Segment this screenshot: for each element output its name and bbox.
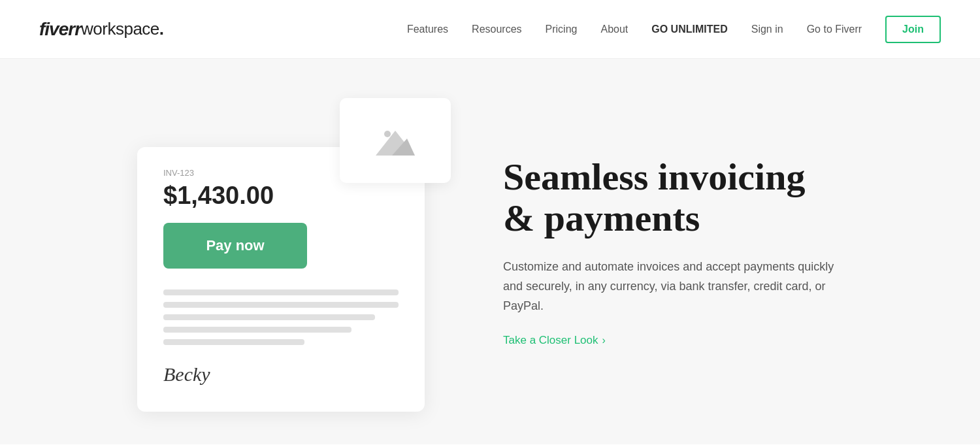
take-closer-look-link[interactable]: Take a Closer Look ›: [503, 334, 606, 347]
invoice-card: INV-123 $1,430.00 Pay now Becky: [137, 147, 425, 412]
fiverr-logo-text: fiverr: [39, 19, 81, 40]
nav-about[interactable]: About: [600, 24, 628, 35]
invoice-line-2: [163, 302, 399, 308]
invoice-line-4: [163, 327, 351, 333]
nav-sign-in[interactable]: Sign in: [751, 24, 783, 35]
nav-pricing[interactable]: Pricing: [546, 24, 578, 35]
workspace-logo-text: workspace.: [81, 19, 164, 39]
join-button[interactable]: Join: [885, 16, 941, 43]
invoice-line-3: [163, 314, 375, 320]
image-placeholder-icon: [376, 124, 415, 157]
logo: fiverr workspace.: [39, 19, 164, 40]
invoice-line-5: [163, 339, 304, 345]
invoice-mockup: INV-123 $1,430.00 Pay now Becky: [137, 91, 451, 412]
hero-text: Seamless invoicing & payments Customize …: [503, 156, 843, 348]
nav-features[interactable]: Features: [407, 24, 448, 35]
invoice-line-1: [163, 289, 399, 295]
hero-section: INV-123 $1,430.00 Pay now Becky Seamless…: [0, 59, 980, 444]
header: fiverr workspace. Features Resources Pri…: [0, 0, 980, 59]
take-closer-look-text: Take a Closer Look: [503, 334, 598, 347]
invoice-amount: $1,430.00: [163, 182, 399, 210]
chevron-right-icon: ›: [602, 335, 606, 346]
nav-go-unlimited[interactable]: GO UNLIMITED: [651, 24, 727, 35]
hero-description: Customize and automate invoices and acce…: [503, 257, 843, 316]
invoice-signature: Becky: [163, 363, 399, 386]
image-placeholder-card: [340, 98, 451, 183]
nav-go-to-fiverr[interactable]: Go to Fiverr: [807, 24, 862, 35]
svg-point-0: [384, 131, 391, 137]
main-nav: Features Resources Pricing About GO UNLI…: [407, 16, 941, 43]
hero-heading: Seamless invoicing & payments: [503, 156, 843, 240]
invoice-lines: [163, 289, 399, 345]
nav-resources[interactable]: Resources: [472, 24, 521, 35]
pay-now-button[interactable]: Pay now: [163, 223, 307, 269]
